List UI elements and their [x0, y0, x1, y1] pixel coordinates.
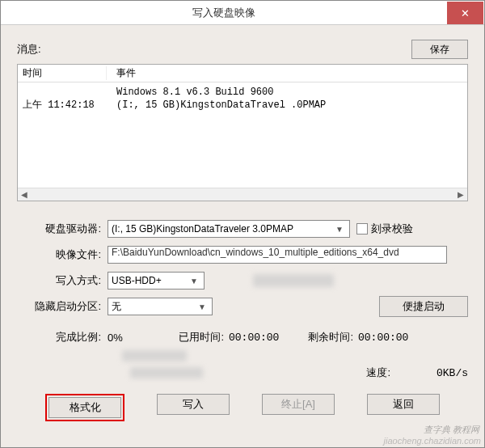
status-row-2: 速度: 0KB/s	[17, 361, 468, 384]
elapsed-value: 00:00:00	[229, 332, 302, 344]
blurred-text	[130, 367, 203, 378]
log-row: 上午 11:42:18 (I:, 15 GB)KingstonDataTrave…	[18, 99, 467, 112]
drive-value: (I:, 15 GB)KingstonDataTraveler 3.0PMAP	[112, 223, 333, 235]
watermark-text-2: 查字典 教程网	[424, 424, 479, 436]
close-icon: ✕	[461, 7, 470, 19]
write-method-row: 写入方式: USB-HDD+ ▼	[17, 268, 468, 294]
dialog-window: 写入硬盘映像 ✕ 消息: 保存 时间 事件 Windows 8.1 v6.3 B…	[0, 0, 485, 448]
log-time	[18, 86, 107, 99]
speed-value: 0KB/s	[395, 367, 468, 379]
message-label: 消息:	[17, 42, 41, 57]
scroll-track[interactable]	[31, 189, 454, 201]
drive-combo[interactable]: (I:, 15 GB)KingstonDataTraveler 3.0PMAP …	[108, 220, 350, 238]
hide-boot-value: 无	[112, 300, 196, 314]
percent-label: 完成比例:	[17, 330, 108, 344]
image-row: 映像文件: F:\BaiduYunDownload\cn_windows_10_…	[17, 242, 468, 268]
write-method-combo[interactable]: USB-HDD+ ▼	[108, 272, 205, 290]
close-button[interactable]: ✕	[447, 2, 483, 24]
speed-label: 速度:	[339, 366, 395, 380]
hide-boot-row: 隐藏启动分区: 无 ▼ 便捷启动	[17, 294, 468, 319]
log-row: Windows 8.1 v6.3 Build 9600	[18, 86, 467, 99]
log-body: Windows 8.1 v6.3 Build 9600 上午 11:42:18 …	[18, 82, 467, 115]
abort-button: 终止[A]	[262, 394, 335, 415]
image-file-input[interactable]: F:\BaiduYunDownload\cn_windows_10_multip…	[108, 246, 447, 264]
quick-boot-button[interactable]: 便捷启动	[379, 296, 468, 317]
hide-boot-label: 隐藏启动分区:	[17, 299, 108, 314]
title-bar: 写入硬盘映像 ✕	[1, 1, 484, 25]
chevron-down-icon: ▼	[188, 277, 200, 285]
log-col-time[interactable]: 时间	[18, 66, 107, 80]
log-header: 时间 事件	[18, 65, 467, 82]
log-panel: 时间 事件 Windows 8.1 v6.3 Build 9600 上午 11:…	[17, 64, 468, 201]
log-time: 上午 11:42:18	[18, 99, 107, 112]
write-button[interactable]: 写入	[157, 394, 230, 415]
format-button[interactable]: 格式化	[48, 397, 121, 418]
content-area: 消息: 保存 时间 事件 Windows 8.1 v6.3 Build 9600…	[1, 25, 484, 429]
status-row-1: 完成比例: 0% 已用时间: 00:00:00 剩余时间: 00:00:00	[17, 326, 468, 349]
blurred-text	[253, 274, 334, 287]
drive-label: 硬盘驱动器:	[17, 222, 108, 236]
percent-value: 0%	[108, 332, 172, 344]
window-title: 写入硬盘映像	[1, 6, 447, 20]
image-label: 映像文件:	[17, 247, 108, 262]
drive-row: 硬盘驱动器: (I:, 15 GB)KingstonDataTraveler 3…	[17, 216, 468, 242]
verify-checkbox[interactable]	[356, 223, 368, 235]
scroll-left-icon[interactable]: ◀	[18, 188, 31, 201]
elapsed-label: 已用时间:	[172, 330, 229, 344]
blurred-text	[122, 350, 187, 361]
remaining-label: 剩余时间:	[302, 330, 358, 344]
chevron-down-icon: ▼	[333, 225, 346, 234]
hide-boot-combo[interactable]: 无 ▼	[108, 298, 213, 315]
horizontal-scrollbar[interactable]: ◀ ▶	[18, 188, 467, 201]
back-button[interactable]: 返回	[367, 394, 440, 415]
form-area: 硬盘驱动器: (I:, 15 GB)KingstonDataTraveler 3…	[17, 216, 468, 421]
button-row: 格式化 写入 终止[A] 返回	[17, 394, 468, 421]
log-event: Windows 8.1 v6.3 Build 9600	[107, 86, 467, 99]
watermark-text: jiaocheng.chazidian.com	[384, 436, 481, 446]
remaining-value: 00:00:00	[358, 332, 431, 344]
write-method-label: 写入方式:	[17, 273, 108, 288]
format-highlight: 格式化	[45, 394, 124, 421]
save-button[interactable]: 保存	[411, 40, 468, 59]
verify-label: 刻录校验	[371, 222, 413, 236]
chevron-down-icon: ▼	[196, 302, 209, 311]
divider	[17, 349, 468, 361]
scroll-right-icon[interactable]: ▶	[454, 188, 467, 201]
log-event: (I:, 15 GB)KingstonDataTravel .0PMAP	[107, 99, 467, 112]
log-col-event[interactable]: 事件	[107, 66, 467, 80]
message-row: 消息: 保存	[17, 40, 468, 59]
write-method-value: USB-HDD+	[112, 275, 188, 286]
